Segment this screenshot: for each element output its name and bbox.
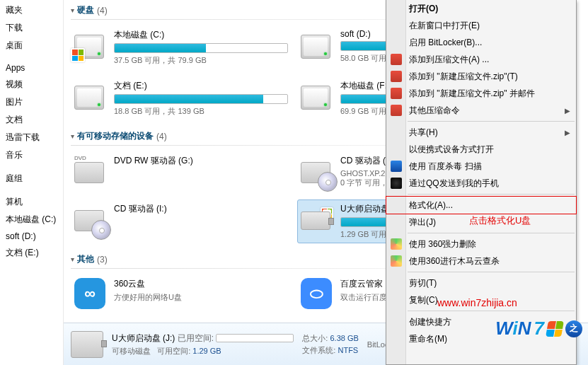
section-count: (3) xyxy=(97,255,108,265)
menu-share[interactable]: 共享(H)▶ xyxy=(386,124,576,141)
usage-bar xyxy=(114,94,288,104)
sidebar-item xyxy=(0,187,63,193)
menu-qq-send[interactable]: 通过QQ发送到我的手机 xyxy=(386,175,576,192)
submenu-arrow-icon: ▶ xyxy=(565,107,570,115)
usage-bar xyxy=(114,43,288,53)
menu-360-scan[interactable]: 使用360进行木马云查杀 xyxy=(386,253,576,270)
details-fs-label: 文件系统: xyxy=(302,346,335,354)
archive-icon xyxy=(391,54,402,65)
context-menu[interactable]: 打开(O) 在新窗口中打开(E) 启用 BitLocker(B)... 添加到压… xyxy=(386,0,577,365)
menu-360-delete[interactable]: 使用 360强力删除 xyxy=(386,236,576,253)
menu-cut[interactable]: 剪切(T) xyxy=(386,274,576,291)
sidebar-item xyxy=(0,164,63,170)
annotation-format-hint: 点击格式化U盘 xyxy=(469,214,531,227)
usb-drive-icon xyxy=(301,212,330,230)
submenu-arrow-icon: ▶ xyxy=(565,129,570,137)
sidebar-item[interactable]: 文档 (E:) xyxy=(0,244,63,262)
details-free-value: 1.29 GB xyxy=(192,347,221,355)
details-total-value: 6.38 GB xyxy=(330,334,358,342)
sidebar-item[interactable]: 算机 xyxy=(0,193,63,211)
menu-baidu-scan[interactable]: 使用 百度杀毒 扫描 xyxy=(386,158,576,175)
disc-icon xyxy=(91,220,111,240)
hdd-icon xyxy=(74,35,104,59)
menu-enable-bitlocker[interactable]: 启用 BitLocker(B)... xyxy=(386,34,576,51)
drive-freespace: 18.8 GB 可用，共 139 GB xyxy=(114,106,288,117)
details-title: U大师启动盘 (J:) xyxy=(112,333,175,343)
drive-freespace: 37.5 GB 可用，共 79.9 GB xyxy=(114,55,288,66)
optical-drive-icon xyxy=(74,162,104,183)
hdd-icon xyxy=(301,35,330,59)
item-360-cloud[interactable]: ∞ 360云盘方便好用的网络U盘 xyxy=(71,274,292,315)
drive-label: 本地磁盘 (C:) xyxy=(114,29,288,43)
sidebar-item xyxy=(0,54,63,60)
sidebar-item[interactable]: 迅雷下载 xyxy=(0,129,63,146)
menu-add-to-zip-mail[interactable]: 添加到 "新建压缩文件.zip" 并邮件 xyxy=(386,85,576,102)
sidebar-item[interactable]: 下载 xyxy=(0,19,63,37)
shield-icon xyxy=(391,161,402,172)
drive-label: CD 驱动器 (I:) xyxy=(114,203,288,217)
collapse-icon[interactable]: ▾ xyxy=(71,255,74,263)
archive-icon xyxy=(391,105,402,116)
menu-open[interactable]: 打开(O) xyxy=(386,0,576,17)
details-free-label: 可用空间: xyxy=(157,347,190,355)
cloud-icon: ⬭ xyxy=(301,278,332,309)
sidebar-item[interactable]: 图片 xyxy=(0,93,63,111)
details-total-label: 总大小: xyxy=(302,334,328,342)
section-title: 硬盘 xyxy=(77,4,94,16)
archive-icon xyxy=(391,88,402,99)
sidebar-item[interactable]: Apps xyxy=(0,60,63,76)
drive-label: 文档 (E:) xyxy=(114,80,288,94)
drive-label: DVD RW 驱动器 (G:) xyxy=(114,155,288,169)
drive-e[interactable]: 文档 (E:)18.8 GB 可用，共 139 GB xyxy=(71,76,292,120)
menu-format[interactable]: 格式化(A)... xyxy=(386,197,576,214)
sidebar-item[interactable]: 藏夹 xyxy=(0,1,63,19)
drive-cd-i[interactable]: CD 驱动器 (I:) xyxy=(71,199,292,243)
360-icon xyxy=(391,238,402,250)
cloud-icon: ∞ xyxy=(74,278,105,309)
hdd-icon xyxy=(301,86,330,110)
zhi-icon: 之 xyxy=(565,320,582,337)
menu-separator xyxy=(408,233,575,233)
drive-dvd-g[interactable]: DVD DVD RW 驱动器 (G:) xyxy=(71,151,292,192)
navigation-tree[interactable]: 藏夹 下载 桌面 Apps 视频 图片 文档 迅雷下载 音乐 庭组 算机 本地磁… xyxy=(0,0,64,365)
disc-icon xyxy=(318,172,338,192)
hdd-icon xyxy=(74,86,104,110)
item-desc: 方便好用的网络U盘 xyxy=(114,292,288,303)
annotation-watermark-url: www.win7zhijia.cn xyxy=(437,297,517,308)
section-title: 有可移动存储的设备 xyxy=(77,130,154,142)
collapse-icon[interactable]: ▾ xyxy=(71,132,74,140)
menu-separator xyxy=(408,311,575,311)
menu-other-zip[interactable]: 其他压缩命令▶ xyxy=(386,102,576,119)
windows-flag-icon xyxy=(546,321,564,337)
sidebar-item[interactable]: 本地磁盘 (C:) xyxy=(0,211,63,228)
menu-add-to-zip[interactable]: 添加到 "新建压缩文件.zip"(T) xyxy=(386,68,576,85)
sidebar-item[interactable]: 音乐 xyxy=(0,146,63,164)
section-count: (4) xyxy=(97,6,108,16)
dvd-badge: DVD xyxy=(74,155,86,161)
watermark-logo: WiN7 之 xyxy=(495,318,582,340)
menu-open-new-window[interactable]: 在新窗口中打开(E) xyxy=(386,17,576,34)
sidebar-item[interactable]: 庭组 xyxy=(0,170,63,187)
qq-icon xyxy=(391,178,402,189)
sidebar-item[interactable]: 文档 xyxy=(0,111,63,129)
menu-separator xyxy=(408,121,575,122)
usb-drive-icon xyxy=(71,331,103,358)
usage-bar xyxy=(216,334,294,342)
drive-c[interactable]: 本地磁盘 (C:)37.5 GB 可用，共 79.9 GB xyxy=(71,25,292,69)
menu-add-to-archive[interactable]: 添加到压缩文件(A) ... xyxy=(386,51,576,68)
details-used-label: 已用空间: xyxy=(178,333,214,343)
collapse-icon[interactable]: ▾ xyxy=(71,6,74,14)
menu-separator xyxy=(408,272,575,272)
archive-icon xyxy=(391,71,402,82)
section-count: (4) xyxy=(156,132,167,141)
menu-separator xyxy=(408,194,575,195)
360-icon xyxy=(391,255,402,267)
sidebar-item[interactable]: soft (D:) xyxy=(0,228,63,244)
details-fs-value: NTFS xyxy=(338,346,358,354)
sidebar-item[interactable]: 视频 xyxy=(0,76,63,93)
sidebar-item[interactable]: 桌面 xyxy=(0,37,63,54)
section-title: 其他 xyxy=(77,253,94,265)
details-subtitle: 可移动磁盘 xyxy=(112,347,151,355)
menu-open-portable[interactable]: 以便携式设备方式打开 xyxy=(386,141,576,158)
item-label: 360云盘 xyxy=(114,278,288,292)
